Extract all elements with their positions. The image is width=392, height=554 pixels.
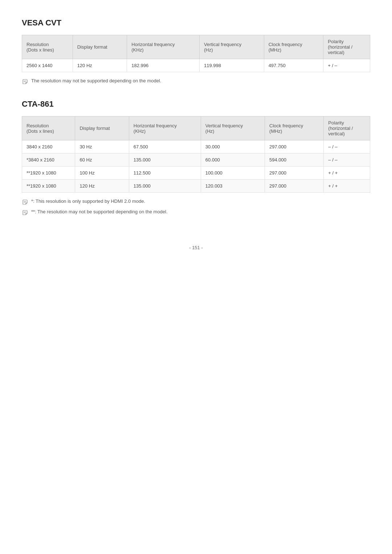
table-row: 3840 x 2160 30 Hz 67.500 30.000 297.000 … bbox=[22, 140, 370, 153]
cell-polarity: – / – bbox=[324, 140, 370, 153]
cell-polarity: + / + bbox=[324, 180, 370, 193]
col-header-polarity: Polarity (horizontal / vertical) bbox=[323, 35, 370, 59]
cell-display-format: 60 Hz bbox=[75, 153, 129, 167]
cell-display-format: 120 Hz bbox=[75, 180, 129, 193]
note-icon-2 bbox=[22, 199, 28, 205]
cell-v-freq: 100.000 bbox=[201, 167, 265, 180]
cta-861-title: CTA-861 bbox=[22, 99, 370, 109]
cell-display-format: 30 Hz bbox=[75, 140, 129, 153]
cell-clock-freq: 497.750 bbox=[264, 59, 323, 72]
cta-861-tbody: 3840 x 2160 30 Hz 67.500 30.000 297.000 … bbox=[22, 140, 370, 193]
cell-v-freq: 60.000 bbox=[201, 153, 265, 167]
cell-h-freq: 182.996 bbox=[127, 59, 200, 72]
vesa-cvt-header-row: Resolution (Dots x lines) Display format… bbox=[22, 35, 370, 59]
table-row: *3840 x 2160 60 Hz 135.000 60.000 594.00… bbox=[22, 153, 370, 167]
vesa-cvt-note-text: The resolution may not be supported depe… bbox=[31, 78, 161, 83]
cta-861-table: Resolution (Dots x lines) Display format… bbox=[22, 116, 370, 193]
cell-polarity: + / – bbox=[323, 59, 370, 72]
vesa-cvt-note: The resolution may not be supported depe… bbox=[22, 78, 370, 85]
cell-display-format: 100 Hz bbox=[75, 167, 129, 180]
cta-861-header-row: Resolution (Dots x lines) Display format… bbox=[22, 116, 370, 140]
table-row: **1920 x 1080 120 Hz 135.000 120.003 297… bbox=[22, 180, 370, 193]
col2-header-display-format: Display format bbox=[75, 116, 129, 140]
col-header-v-freq: Vertical frequency (Hz) bbox=[199, 35, 264, 59]
cell-v-freq: 120.003 bbox=[201, 180, 265, 193]
table-row: **1920 x 1080 100 Hz 112.500 100.000 297… bbox=[22, 167, 370, 180]
cell-resolution: 3840 x 2160 bbox=[22, 140, 75, 153]
cell-display-format: 120 Hz bbox=[73, 59, 127, 72]
cell-h-freq: 67.500 bbox=[129, 140, 201, 153]
cell-clock-freq: 297.000 bbox=[265, 140, 324, 153]
vesa-cvt-section: VESA CVT Resolution (Dots x lines) Displ… bbox=[22, 18, 370, 85]
col2-header-clock-freq: Clock frequency (MHz) bbox=[265, 116, 324, 140]
cta-861-section: CTA-861 Resolution (Dots x lines) Displa… bbox=[22, 99, 370, 216]
col-header-resolution: Resolution (Dots x lines) bbox=[22, 35, 73, 59]
page-number: - 151 - bbox=[22, 245, 370, 250]
note-icon-3 bbox=[22, 209, 28, 216]
cta-861-note-1: *: This resolution is only supported by … bbox=[22, 198, 370, 205]
cell-h-freq: 135.000 bbox=[129, 153, 201, 167]
cell-h-freq: 135.000 bbox=[129, 180, 201, 193]
vesa-cvt-tbody: 2560 x 1440 120 Hz 182.996 119.998 497.7… bbox=[22, 59, 370, 72]
cta-861-note-text-1: *: This resolution is only supported by … bbox=[31, 198, 145, 204]
cell-clock-freq: 594.000 bbox=[265, 153, 324, 167]
cell-v-freq: 119.998 bbox=[199, 59, 264, 72]
cell-h-freq: 112.500 bbox=[129, 167, 201, 180]
cell-resolution: **1920 x 1080 bbox=[22, 167, 75, 180]
cell-clock-freq: 297.000 bbox=[265, 180, 324, 193]
vesa-cvt-title: VESA CVT bbox=[22, 18, 370, 28]
col-header-h-freq: Horizontal frequency (KHz) bbox=[127, 35, 200, 59]
cta-861-note-text-2: **: The resolution may not be supported … bbox=[31, 209, 168, 214]
cell-resolution: 2560 x 1440 bbox=[22, 59, 73, 72]
cell-v-freq: 30.000 bbox=[201, 140, 265, 153]
note-icon-1 bbox=[22, 78, 28, 85]
col2-header-polarity: Polarity (horizontal / vertical) bbox=[324, 116, 370, 140]
col2-header-resolution: Resolution (Dots x lines) bbox=[22, 116, 75, 140]
cell-resolution: *3840 x 2160 bbox=[22, 153, 75, 167]
table-row: 2560 x 1440 120 Hz 182.996 119.998 497.7… bbox=[22, 59, 370, 72]
cell-resolution: **1920 x 1080 bbox=[22, 180, 75, 193]
col2-header-v-freq: Vertical frequency (Hz) bbox=[201, 116, 265, 140]
col-header-display-format: Display format bbox=[73, 35, 127, 59]
col-header-clock-freq: Clock frequency (MHz) bbox=[264, 35, 323, 59]
cell-clock-freq: 297.000 bbox=[265, 167, 324, 180]
col2-header-h-freq: Horizontal frequency (KHz) bbox=[129, 116, 201, 140]
vesa-cvt-table: Resolution (Dots x lines) Display format… bbox=[22, 35, 370, 72]
cta-861-note-2: **: The resolution may not be supported … bbox=[22, 209, 370, 216]
cell-polarity: + / + bbox=[324, 167, 370, 180]
cell-polarity: – / – bbox=[324, 153, 370, 167]
